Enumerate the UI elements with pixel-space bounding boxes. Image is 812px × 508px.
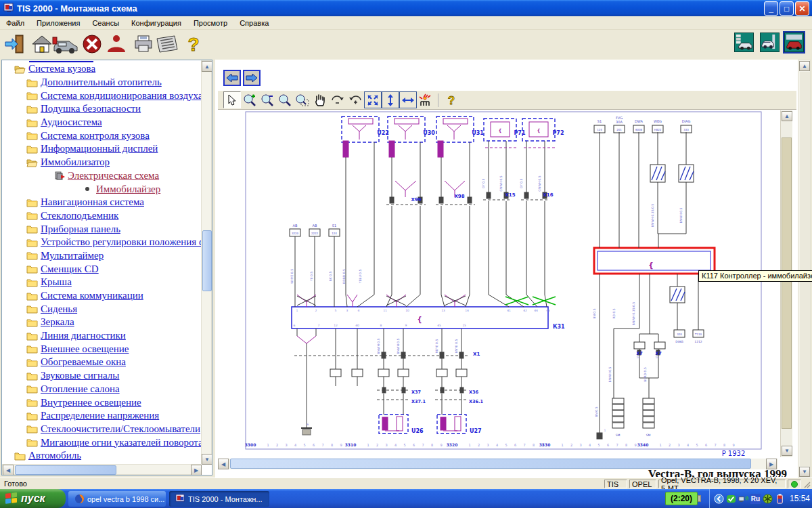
- tree-item-15[interactable]: Сменщик CD: [2, 262, 191, 276]
- tree-item-label[interactable]: Мигающие огни указателей поворота и: [41, 437, 210, 448]
- battery-icon[interactable]: [775, 494, 785, 504]
- tree-item-label[interactable]: Информационный дисплей: [41, 143, 158, 154]
- tree-item-label[interactable]: Иммобилизатор: [41, 156, 110, 168]
- cancel-icon[interactable]: [81, 33, 103, 55]
- language-indicator[interactable]: Ru: [750, 494, 761, 504]
- tree-item-18[interactable]: Сиденья: [2, 302, 191, 316]
- tree-item-2[interactable]: Система кондиционирования воздуха: [2, 89, 191, 102]
- tree-item-label[interactable]: Внутреннее освещение: [41, 397, 141, 408]
- tree-item-label[interactable]: Распределение напряжения: [41, 410, 159, 421]
- print-icon[interactable]: [133, 33, 154, 55]
- tree-item-19[interactable]: Зеркала: [2, 316, 191, 329]
- zoom-region-tool[interactable]: [294, 91, 311, 108]
- menu-item-0[interactable]: Файл: [0, 18, 30, 28]
- diagram-vscroll-thumb[interactable]: [782, 137, 792, 429]
- tree-item-26[interactable]: Распределение напряжения: [2, 409, 191, 423]
- tree-item-24[interactable]: Отопление салона: [2, 383, 191, 396]
- tree-item-13[interactable]: Устройство регулировки положения ф: [2, 236, 191, 249]
- scroll-up-icon[interactable]: ▲: [799, 61, 810, 71]
- highlight-tool[interactable]: [417, 91, 434, 108]
- forward-button[interactable]: [243, 70, 261, 86]
- taskbar-item-browser[interactable]: opel vectra b 1998 си...: [68, 491, 166, 507]
- tree-item-label[interactable]: Стеклоочистители/Стеклоомыватели: [41, 423, 200, 435]
- home-icon[interactable]: [31, 33, 53, 55]
- tree-item-label[interactable]: Крыша: [41, 276, 72, 288]
- tray-clock[interactable]: 15:54: [790, 494, 810, 503]
- tree-item-23[interactable]: Звуковые сигналы: [2, 369, 191, 383]
- taskbar-item-tis[interactable]: TIS 2000 - Монтажн...: [169, 491, 269, 507]
- tree-item-11[interactable]: Стеклоподъемник: [2, 209, 191, 223]
- tree-item-17[interactable]: Система коммуникации: [2, 289, 191, 303]
- scroll-right-icon[interactable]: ▶: [191, 465, 202, 475]
- tree-item-label[interactable]: Стеклоподъемник: [41, 210, 118, 221]
- zoom-tool[interactable]: [276, 91, 294, 108]
- menu-item-5[interactable]: Справка: [233, 18, 275, 28]
- security-check-icon[interactable]: [726, 494, 736, 504]
- panel-vscrollbar[interactable]: ▲ ▼: [798, 60, 811, 478]
- tree-item-label[interactable]: Обогреваемые окна: [41, 356, 126, 368]
- tree-item-9[interactable]: Иммобилайзер: [2, 182, 191, 196]
- tree-item-29[interactable]: Автомобиль: [2, 449, 191, 463]
- vehicle-workshop-button[interactable]: [760, 33, 780, 52]
- tree-item-27[interactable]: Стеклоочистители/Стеклоомыватели: [2, 423, 191, 436]
- driver-icon[interactable]: [106, 33, 127, 55]
- rotate-cw-tool[interactable]: [346, 91, 364, 108]
- tree-item-21[interactable]: Внешнее освещение: [2, 342, 191, 356]
- vehicle-service-icon[interactable]: [51, 33, 78, 55]
- tree-item-label[interactable]: Звуковые сигналы: [41, 370, 119, 381]
- tree-item-label[interactable]: Сменщик CD: [41, 263, 99, 275]
- title-bar[interactable]: TIS 2000 - Монтажная схема _ □ ✕: [0, 0, 812, 16]
- scroll-left-icon[interactable]: ◀: [3, 465, 14, 475]
- vehicle-current-button[interactable]: [784, 33, 804, 52]
- tree-item-label[interactable]: Дополнительный отопитель: [41, 77, 162, 88]
- network-icon[interactable]: [738, 494, 748, 504]
- resize-grip[interactable]: [804, 482, 811, 488]
- tree-item-label[interactable]: Электрическая схема: [68, 170, 159, 182]
- tree-item-label[interactable]: Зеркала: [41, 316, 74, 328]
- vehicle-list-button[interactable]: [734, 33, 754, 52]
- tree-item-3[interactable]: Подушка безопасности: [2, 102, 191, 116]
- exit-icon[interactable]: [4, 33, 26, 55]
- wiring-diagram-canvas[interactable]: U22U30U31P71P72К31X99X98X15X16X1X37X37.1…: [218, 110, 780, 457]
- tree-item-label[interactable]: Устройство регулировки положения ф: [41, 236, 206, 248]
- tree-item-22[interactable]: Обогреваемые окна: [2, 356, 191, 369]
- menu-item-3[interactable]: Конфигурация: [125, 18, 187, 28]
- tree-item-1[interactable]: Дополнительный отопитель: [2, 76, 191, 89]
- tree-item-label[interactable]: Подушка безопасности: [41, 103, 141, 114]
- tree-item-label[interactable]: Система кузова: [28, 63, 95, 75]
- tree-item-label[interactable]: Мультитаймер: [41, 250, 104, 261]
- fit-height-tool[interactable]: [382, 91, 399, 108]
- tree-item-label[interactable]: Отопление салона: [41, 383, 120, 395]
- zoom-out-tool[interactable]: [258, 91, 276, 108]
- tree-item-6[interactable]: Информационный дисплей: [2, 142, 191, 156]
- tray-collapse-icon[interactable]: [714, 494, 724, 504]
- tree-vscrollbar[interactable]: ▲ ▼: [201, 60, 212, 464]
- fit-page-tool[interactable]: [364, 91, 382, 108]
- tree-item-0[interactable]: Система кузова: [2, 62, 191, 76]
- tree-item-label[interactable]: Система контроля кузова: [41, 130, 150, 142]
- menu-item-1[interactable]: Приложения: [30, 18, 86, 28]
- tree-item-4[interactable]: Аудиосистема: [2, 116, 191, 129]
- tree-item-label[interactable]: Линия диагностики: [41, 330, 126, 341]
- tree-item-12[interactable]: Приборная панель: [2, 222, 191, 236]
- menu-item-2[interactable]: Сеансы: [86, 18, 125, 28]
- tree-item-label[interactable]: Аудиосистема: [41, 117, 102, 128]
- tree-hscroll-thumb[interactable]: [15, 465, 116, 475]
- scroll-up-icon[interactable]: ▲: [202, 61, 212, 72]
- tree-item-16[interactable]: Крыша: [2, 276, 191, 289]
- scroll-left-icon[interactable]: ◀: [218, 459, 229, 469]
- tree-item-20[interactable]: Линия диагностики: [2, 329, 191, 343]
- help-tool[interactable]: ?: [443, 91, 460, 108]
- scroll-down-icon[interactable]: ▼: [782, 446, 792, 456]
- scroll-down-icon[interactable]: ▼: [799, 467, 810, 477]
- tree-vscroll-thumb[interactable]: [202, 230, 212, 291]
- news-icon[interactable]: [154, 33, 180, 55]
- tree-item-label[interactable]: Система коммуникации: [41, 290, 143, 301]
- close-button[interactable]: ✕: [795, 1, 809, 16]
- tree-item-label[interactable]: Сиденья: [41, 303, 77, 315]
- diagram-vscrollbar[interactable]: ▲ ▼: [780, 110, 792, 457]
- tree-item-label[interactable]: Система кондиционирования воздуха: [41, 90, 203, 102]
- back-button[interactable]: [223, 70, 241, 86]
- tree-item-10[interactable]: Навигационная система: [2, 196, 191, 209]
- tree-hscrollbar[interactable]: ◀ ▶: [2, 464, 201, 475]
